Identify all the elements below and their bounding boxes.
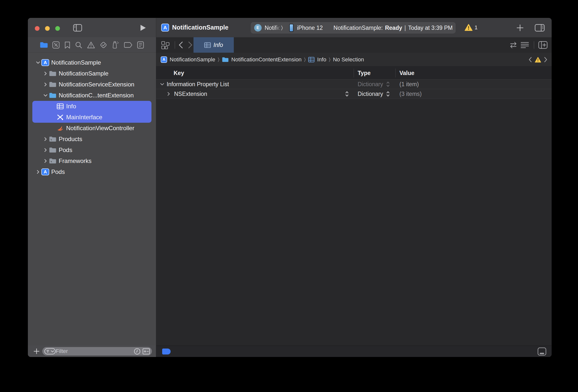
- app-project-icon: A: [41, 168, 49, 175]
- recent-files-clock-icon[interactable]: [134, 348, 141, 355]
- debug-navigator-icon[interactable]: [112, 41, 119, 49]
- type-stepper-icon[interactable]: [386, 81, 390, 88]
- device-icon: [289, 24, 293, 32]
- column-header-value[interactable]: Value: [399, 70, 414, 77]
- breadcrumb-group[interactable]: NotificationContentExtension: [222, 56, 302, 63]
- add-editor-icon[interactable]: [538, 41, 548, 49]
- report-navigator-icon[interactable]: [137, 41, 144, 49]
- tree-item-project-root[interactable]: A NotificationSample: [32, 57, 151, 68]
- tree-item-maininterface-selected[interactable]: MainInterface: [32, 112, 151, 123]
- key-stepper-icon[interactable]: [345, 91, 349, 98]
- close-window-button[interactable]: [35, 26, 40, 31]
- tree-item-pods-group[interactable]: Pods: [32, 145, 151, 156]
- tabbar-separator: [175, 41, 175, 49]
- next-issue-icon[interactable]: [544, 57, 548, 63]
- toolbar: A NotificationSample E Notific 〉 iPhone …: [156, 18, 552, 37]
- breadcrumb-file[interactable]: Info: [308, 56, 326, 63]
- sidebar-toggle-icon[interactable]: [73, 24, 82, 32]
- extension-scheme-icon[interactable]: E: [254, 24, 262, 32]
- previous-issue-icon[interactable]: [528, 57, 532, 63]
- scheme-selector[interactable]: Notific: [265, 25, 281, 31]
- disclosure-expanded-icon[interactable]: [35, 60, 41, 65]
- app-project-icon: A: [161, 56, 167, 63]
- plist-row-nsextension[interactable]: NSExtension Dictionary (3 items): [156, 89, 552, 99]
- editor-options-icon[interactable]: [520, 41, 530, 49]
- breadcrumb-separator: 〉: [329, 57, 331, 62]
- disclosure-collapsed-icon[interactable]: [42, 71, 49, 76]
- tree-item-label: Frameworks: [59, 157, 92, 164]
- debug-area-toggle-icon[interactable]: [537, 347, 547, 356]
- desktop: A NotificationSample NotificationSample …: [0, 0, 578, 392]
- disclosure-collapsed-icon[interactable]: [42, 137, 49, 142]
- scm-status-filter-icon[interactable]: [143, 348, 150, 354]
- tree-item-swift-file[interactable]: NotificationViewController: [32, 123, 151, 134]
- tree-item-label: Pods: [59, 147, 72, 154]
- tree-item-label: NotificationSample: [59, 70, 108, 77]
- issue-navigator-icon[interactable]: [87, 41, 95, 48]
- tree-item-info-selected[interactable]: Info: [32, 101, 151, 112]
- run-button[interactable]: [140, 25, 146, 31]
- tree-item-folder-expanded[interactable]: NotificationC...tentExtension: [32, 90, 151, 101]
- folder-icon: [49, 136, 57, 142]
- column-header-type[interactable]: Type: [358, 70, 371, 77]
- tree-item-folder[interactable]: NotificationServiceExtension: [32, 79, 151, 90]
- tree-item-frameworks[interactable]: Frameworks: [32, 156, 151, 166]
- breadcrumb-separator: 〉: [218, 57, 219, 62]
- go-back-icon[interactable]: [178, 41, 184, 49]
- row-type: Dictionary: [358, 81, 383, 88]
- disclosure-collapsed-icon[interactable]: [42, 82, 49, 87]
- disclosure-expanded-icon[interactable]: [160, 82, 165, 88]
- project-navigator-icon[interactable]: [40, 42, 48, 48]
- app-project-icon: A: [41, 59, 49, 66]
- app-project-icon: A: [161, 24, 169, 32]
- column-header-key[interactable]: Key: [174, 70, 184, 77]
- row-value: (3 items): [399, 91, 422, 97]
- find-navigator-icon[interactable]: [75, 41, 82, 49]
- tree-item-label: NotificationServiceExtension: [59, 81, 134, 88]
- navigator-bar: [28, 37, 156, 53]
- filter-input[interactable]: [56, 348, 134, 354]
- tree-item-products[interactable]: Products: [32, 134, 151, 145]
- scheme-and-status-bar: E Notific 〉 iPhone 12 NotificationSample…: [251, 22, 456, 34]
- tree-item-folder[interactable]: NotificationSample: [32, 68, 151, 79]
- column-divider[interactable]: [354, 69, 354, 78]
- breakpoints-toggle-icon[interactable]: [162, 349, 171, 354]
- tab-label: Info: [213, 42, 223, 48]
- library-plus-icon[interactable]: [516, 24, 524, 32]
- related-items-icon[interactable]: [161, 41, 170, 49]
- navigator-sidebar: A NotificationSample NotificationSample …: [28, 18, 156, 357]
- filter-icon[interactable]: [44, 348, 56, 354]
- inspector-toggle-icon[interactable]: [535, 24, 545, 32]
- tab-bar: Info: [156, 37, 552, 53]
- storyboard-icon: [56, 114, 64, 120]
- tab-info[interactable]: Info: [193, 37, 234, 53]
- filter-field[interactable]: [42, 347, 152, 355]
- disclosure-collapsed-icon[interactable]: [42, 158, 49, 163]
- jump-bar: A NotificationSample 〉 NotificationConte…: [156, 53, 552, 67]
- add-item-icon[interactable]: [33, 348, 40, 354]
- plist-row-information-property-list[interactable]: Information Property List Dictionary (1 …: [156, 79, 552, 89]
- type-stepper-icon[interactable]: [386, 91, 390, 98]
- go-forward-icon[interactable]: [188, 41, 193, 49]
- zoom-window-button[interactable]: [55, 26, 60, 31]
- sidebar-divider[interactable]: [156, 18, 156, 357]
- disclosure-collapsed-icon[interactable]: [166, 91, 171, 97]
- breadcrumb-selection[interactable]: No Selection: [333, 56, 364, 63]
- breakpoint-navigator-icon[interactable]: [124, 42, 133, 48]
- warning-badge[interactable]: 1: [465, 24, 478, 31]
- bookmark-navigator-icon[interactable]: [64, 41, 70, 49]
- disclosure-collapsed-icon[interactable]: [42, 148, 49, 153]
- test-navigator-icon[interactable]: [99, 41, 107, 49]
- column-divider[interactable]: [395, 69, 396, 78]
- run-destination-selector[interactable]: iPhone 12: [297, 25, 323, 31]
- tree-item-label: Info: [66, 103, 76, 110]
- folder-blue-icon: [49, 92, 57, 98]
- swap-editor-icon[interactable]: [509, 41, 518, 48]
- tree-item-pods-project[interactable]: A Pods: [32, 166, 151, 177]
- minimize-window-button[interactable]: [45, 26, 50, 31]
- source-control-navigator-icon[interactable]: [52, 41, 60, 49]
- breadcrumb-project[interactable]: A NotificationSample: [161, 56, 215, 63]
- disclosure-expanded-icon[interactable]: [42, 93, 49, 98]
- disclosure-collapsed-icon[interactable]: [35, 169, 41, 174]
- folder-blue-icon: [222, 57, 229, 62]
